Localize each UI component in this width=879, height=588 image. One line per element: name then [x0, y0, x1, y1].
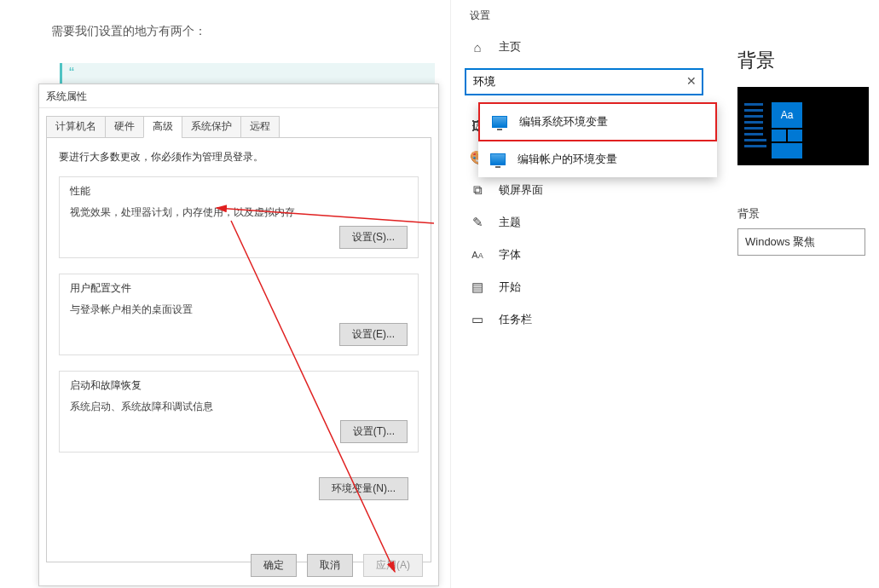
groupbox-performance: 性能 视觉效果，处理器计划，内存使用，以及虚拟内存 设置(S)... — [59, 176, 419, 258]
apply-button[interactable]: 应用(A) — [363, 554, 423, 577]
nav-taskbar[interactable]: ▭ 任务栏 — [451, 303, 717, 336]
groupbox-desc-startup: 系统启动、系统故障和调试信息 — [70, 400, 408, 414]
suggest-edit-account-env[interactable]: 编辑帐户的环境变量 — [478, 141, 717, 177]
suggest-edit-system-env[interactable]: 编辑系统环境变量 — [478, 102, 717, 141]
taskbar-icon: ▭ — [470, 312, 485, 327]
ok-button[interactable]: 确定 — [251, 554, 297, 577]
settings-sidebar: ⌂ 主页 ✕ 编辑系统环境变量 编辑帐户的环境变量 🖼 背景 — [451, 31, 717, 585]
groupbox-user-profiles: 用户配置文件 与登录帐户相关的桌面设置 设置(E)... — [59, 274, 419, 355]
tab-remote[interactable]: 远程 — [240, 116, 280, 138]
dialog-button-row: 确定 取消 应用(A) — [251, 554, 423, 577]
nav-themes[interactable]: ✎ 主题 — [451, 206, 717, 239]
groupbox-startup-recovery: 启动和故障恢复 系统启动、系统故障和调试信息 设置(T)... — [59, 371, 419, 453]
article-intro: 需要我们设置的地方有两个： — [51, 24, 206, 39]
tab-body: 要进行大多数更改，你必须作为管理员登录。 性能 视觉效果，处理器计划，内存使用，… — [46, 138, 431, 562]
groupbox-desc-profiles: 与登录帐户相关的桌面设置 — [70, 303, 408, 317]
tab-advanced[interactable]: 高级 — [143, 116, 182, 138]
font-icon: AA — [470, 250, 485, 260]
search-suggestions: 编辑系统环境变量 编辑帐户的环境变量 — [478, 102, 717, 177]
groupbox-title-profiles: 用户配置文件 — [70, 281, 408, 296]
search-input[interactable] — [465, 68, 703, 95]
home-icon: ⌂ — [470, 40, 485, 55]
clear-search-icon[interactable]: ✕ — [686, 74, 697, 88]
nav-start[interactable]: ▤ 开始 — [451, 271, 717, 303]
monitor-icon — [490, 153, 506, 165]
suggest-label: 编辑帐户的环境变量 — [518, 152, 617, 167]
system-properties-dialog: 系统属性 计算机名 硬件 高级 系统保护 远程 要进行大多数更改，你必须作为管理… — [38, 84, 439, 586]
search-wrapper: ✕ 编辑系统环境变量 编辑帐户的环境变量 — [465, 68, 703, 95]
background-label: 背景 — [737, 206, 879, 222]
groupbox-title-startup: 启动和故障恢复 — [70, 378, 408, 393]
theme-icon: ✎ — [470, 215, 485, 230]
nav-fonts[interactable]: AA 字体 — [451, 239, 717, 271]
admin-note: 要进行大多数更改，你必须作为管理员登录。 — [59, 150, 419, 164]
tab-area: 计算机名 硬件 高级 系统保护 远程 要进行大多数更改，你必须作为管理员登录。 … — [46, 115, 431, 562]
aa-tile: Aa — [772, 102, 802, 128]
settings-header: 设置 — [451, 0, 879, 32]
startup-settings-button[interactable]: 设置(T)... — [340, 420, 408, 443]
nav-label: 任务栏 — [499, 312, 532, 327]
settings-content: 背景 Aa 背景 Windows 聚焦 — [737, 31, 879, 256]
start-icon: ▤ — [470, 280, 485, 295]
monitor-icon — [492, 116, 507, 128]
nav-label: 主题 — [499, 215, 521, 230]
nav-label: 字体 — [499, 247, 521, 262]
suggest-label: 编辑系统环境变量 — [519, 114, 608, 130]
groupbox-desc-performance: 视觉效果，处理器计划，内存使用，以及虚拟内存 — [70, 205, 408, 220]
nav-lockscreen[interactable]: ⧉ 锁屏界面 — [451, 174, 717, 206]
cancel-button[interactable]: 取消 — [307, 554, 353, 577]
environment-variables-button[interactable]: 环境变量(N)... — [319, 477, 408, 500]
performance-settings-button[interactable]: 设置(S)... — [339, 226, 408, 249]
nav-label: 主页 — [499, 39, 521, 55]
settings-window: 设置 ⌂ 主页 ✕ 编辑系统环境变量 编辑帐户的环境变量 🖼 — [450, 0, 879, 588]
combo-value: Windows 聚焦 — [745, 234, 815, 250]
nav-label: 锁屏界面 — [499, 182, 543, 198]
nav-label: 开始 — [499, 280, 521, 295]
tab-computer-name[interactable]: 计算机名 — [46, 116, 106, 138]
quote-block: “ — [60, 63, 435, 84]
background-preview: Aa — [737, 87, 869, 165]
tab-hardware[interactable]: 硬件 — [105, 116, 144, 138]
dialog-title: 系统属性 — [39, 84, 438, 108]
content-heading: 背景 — [737, 48, 879, 73]
tab-strip: 计算机名 硬件 高级 系统保护 远程 — [46, 115, 431, 138]
tab-system-protection[interactable]: 系统保护 — [182, 116, 241, 138]
profiles-settings-button[interactable]: 设置(E)... — [339, 323, 408, 346]
lockscreen-icon: ⧉ — [470, 182, 485, 198]
nav-home[interactable]: ⌂ 主页 — [451, 31, 717, 63]
background-combobox[interactable]: Windows 聚焦 — [737, 228, 865, 256]
groupbox-title-performance: 性能 — [70, 184, 408, 199]
